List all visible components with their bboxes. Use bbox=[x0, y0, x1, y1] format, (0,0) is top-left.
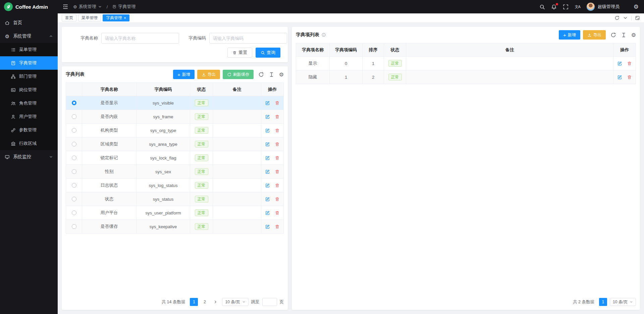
page-1[interactable]: 1 bbox=[599, 298, 607, 306]
refresh-table-icon[interactable] bbox=[610, 32, 616, 38]
edit-icon[interactable] bbox=[265, 169, 270, 174]
sidebar-item-post-mgmt[interactable]: 岗位管理 bbox=[0, 83, 58, 97]
info-icon[interactable] bbox=[321, 33, 326, 37]
delete-icon[interactable] bbox=[275, 183, 280, 188]
sidebar-item-role-mgmt[interactable]: 角色管理 bbox=[0, 97, 58, 110]
query-button[interactable]: 查询 bbox=[256, 48, 280, 58]
row-radio[interactable] bbox=[72, 224, 76, 229]
maximize-content-icon[interactable] bbox=[635, 15, 640, 20]
delete-icon[interactable] bbox=[275, 142, 280, 147]
sidebar-collapse-icon[interactable] bbox=[62, 4, 68, 10]
export-items-button[interactable]: 导出 bbox=[583, 30, 606, 40]
edit-icon[interactable] bbox=[265, 114, 270, 119]
row-radio[interactable] bbox=[72, 114, 76, 119]
sidebar-item-home[interactable]: 首页 bbox=[0, 16, 58, 29]
next-page-icon[interactable] bbox=[211, 298, 219, 306]
table-row[interactable]: 性别 sys_sex 正常 bbox=[66, 165, 283, 179]
table-row[interactable]: 区域类型 sys_area_type 正常 bbox=[66, 137, 283, 151]
table-row[interactable]: 日志状态 sys_log_status 正常 bbox=[66, 179, 283, 192]
sidebar-item-region[interactable]: 行政区域 bbox=[0, 137, 58, 150]
tab-dict-mgmt[interactable]: 字典管理 × bbox=[103, 14, 129, 21]
sidebar-item-param-mgmt[interactable]: 参数管理 bbox=[0, 123, 58, 137]
edit-icon[interactable] bbox=[617, 61, 622, 66]
table-row[interactable]: 是否显示 sys_visible 正常 bbox=[66, 96, 283, 110]
refresh-page-icon[interactable] bbox=[614, 15, 620, 20]
tab-menu-mgmt[interactable]: 菜单管理 bbox=[78, 14, 101, 21]
row-radio[interactable] bbox=[72, 142, 76, 146]
fullscreen-icon[interactable] bbox=[563, 4, 569, 10]
column-settings-icon[interactable] bbox=[621, 32, 627, 38]
delete-icon[interactable] bbox=[275, 197, 280, 202]
table-row[interactable]: 显示 0 1 正常 bbox=[296, 57, 636, 70]
delete-icon[interactable] bbox=[627, 75, 632, 80]
table-row[interactable]: 是否内嵌 sys_frame 正常 bbox=[66, 110, 283, 124]
home-icon bbox=[5, 20, 10, 25]
sidebar-item-system[interactable]: ⚙ 系统管理 bbox=[0, 29, 58, 43]
delete-icon[interactable] bbox=[275, 169, 280, 174]
table-row[interactable]: 机构类型 sys_org_type 正常 bbox=[66, 124, 283, 137]
breadcrumb-system[interactable]: ⚙ 系统管理 bbox=[73, 4, 102, 10]
table-row[interactable]: 状态 sys_status 正常 bbox=[66, 192, 283, 206]
tab-home[interactable]: 首页 bbox=[62, 14, 76, 21]
row-radio[interactable] bbox=[72, 155, 76, 160]
refresh-cache-button[interactable]: 刷新缓存 bbox=[223, 70, 254, 79]
edit-icon[interactable] bbox=[265, 224, 270, 229]
delete-icon[interactable] bbox=[627, 61, 632, 66]
search-icon[interactable] bbox=[539, 4, 545, 10]
column-settings-icon[interactable] bbox=[269, 72, 274, 77]
add-dict-button[interactable]: + 新增 bbox=[173, 70, 195, 79]
export-dict-button[interactable]: 导出 bbox=[197, 70, 220, 79]
edit-icon[interactable] bbox=[265, 128, 270, 133]
page-size-select[interactable]: 10 条/页 bbox=[610, 298, 636, 306]
sidebar-item-menu-mgmt[interactable]: 菜单管理 bbox=[0, 43, 58, 56]
table-gear-icon[interactable]: ⚙ bbox=[631, 32, 636, 38]
close-icon[interactable]: × bbox=[124, 16, 126, 20]
translate-icon[interactable]: 文A bbox=[575, 4, 580, 9]
row-radio[interactable] bbox=[72, 197, 76, 201]
delete-icon[interactable] bbox=[275, 101, 280, 106]
jump-page-input[interactable] bbox=[262, 298, 277, 306]
edit-icon[interactable] bbox=[617, 75, 622, 80]
sidebar-item-dict-mgmt[interactable]: 字典管理 bbox=[0, 56, 58, 70]
dict-name-input[interactable] bbox=[101, 33, 179, 44]
delete-icon[interactable] bbox=[275, 210, 280, 215]
edit-icon[interactable] bbox=[265, 197, 270, 202]
row-radio[interactable] bbox=[72, 169, 76, 174]
edit-icon[interactable] bbox=[265, 210, 270, 215]
dict-code-input[interactable] bbox=[209, 33, 287, 44]
page-size-select[interactable]: 10 条/页 bbox=[222, 298, 248, 306]
settings-gear-icon[interactable]: ⚙ bbox=[634, 3, 639, 10]
dict-remark-cell bbox=[213, 124, 261, 137]
sidebar-item-monitor[interactable]: 系统监控 bbox=[0, 150, 58, 164]
page-1[interactable]: 1 bbox=[190, 298, 198, 306]
status-badge: 正常 bbox=[195, 196, 208, 202]
table-row[interactable]: 锁定标记 sys_lock_flag 正常 bbox=[66, 151, 283, 165]
page-2[interactable]: 2 bbox=[201, 298, 209, 306]
app-logo[interactable]: Coffee Admin bbox=[0, 0, 58, 13]
edit-icon[interactable] bbox=[265, 183, 270, 188]
sidebar-item-user-mgmt[interactable]: 用户管理 bbox=[0, 110, 58, 123]
edit-icon[interactable] bbox=[265, 101, 270, 106]
reset-button[interactable]: 重置 bbox=[227, 48, 252, 58]
table-row[interactable]: 用户平台 sys_user_platform 正常 bbox=[66, 206, 283, 220]
row-radio[interactable] bbox=[72, 128, 76, 133]
row-radio[interactable] bbox=[72, 101, 76, 105]
notification-bell-icon[interactable] bbox=[551, 4, 557, 10]
dict-code-cell: sys_visible bbox=[137, 96, 190, 110]
delete-icon[interactable] bbox=[275, 224, 280, 229]
table-row[interactable]: 隐藏 1 2 正常 bbox=[296, 70, 636, 84]
table-gear-icon[interactable]: ⚙ bbox=[279, 72, 284, 77]
delete-icon[interactable] bbox=[275, 128, 280, 133]
delete-icon[interactable] bbox=[275, 114, 280, 119]
refresh-table-icon[interactable] bbox=[258, 72, 264, 77]
delete-icon[interactable] bbox=[275, 155, 280, 161]
edit-icon[interactable] bbox=[265, 142, 270, 147]
row-radio[interactable] bbox=[72, 210, 76, 215]
edit-icon[interactable] bbox=[265, 155, 270, 161]
chevron-down-icon[interactable] bbox=[623, 15, 628, 20]
sidebar-item-dept-mgmt[interactable]: 部门管理 bbox=[0, 70, 58, 83]
table-row[interactable]: 是否缓存 sys_keepalive 正常 bbox=[66, 220, 283, 234]
user-menu[interactable]: 超级管理员 bbox=[586, 2, 620, 11]
row-radio[interactable] bbox=[72, 183, 76, 188]
add-item-button[interactable]: + 新增 bbox=[559, 30, 580, 40]
